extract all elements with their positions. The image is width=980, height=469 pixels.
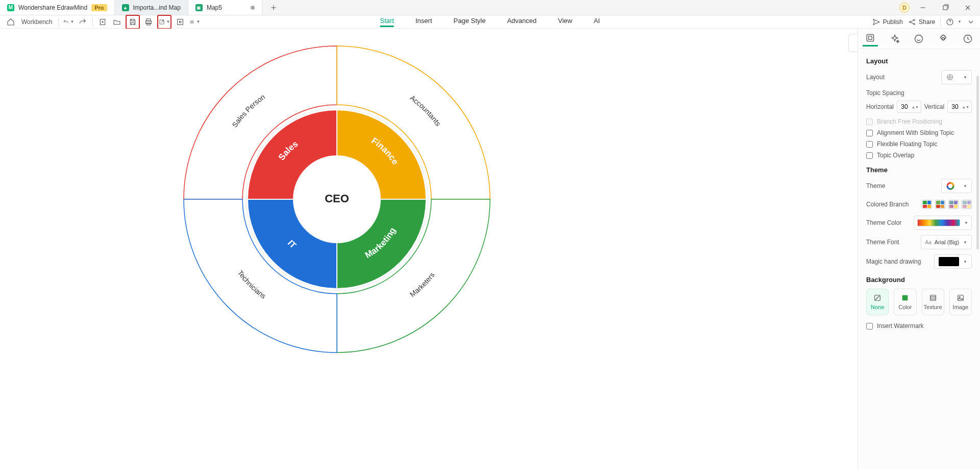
export-button[interactable]: ▼ (159, 16, 170, 28)
tab-label: Importa...ind Map (133, 4, 181, 11)
org-sunburst-chart[interactable]: SalesFinanceMarketingITSales PersonAccou… (179, 41, 495, 358)
magic-hand-select[interactable]: ▼ (934, 254, 972, 269)
publish-button[interactable]: Publish (872, 18, 903, 26)
none-icon (873, 294, 881, 302)
horizontal-spacing-value[interactable] (897, 103, 912, 110)
save-button[interactable] (127, 16, 138, 28)
new-tab-button[interactable] (262, 0, 285, 15)
theme-color-select[interactable]: ▼ (914, 216, 972, 230)
vertical-spacing-value[interactable] (948, 103, 962, 110)
chk-overlap[interactable]: Topic Overlap (866, 152, 972, 159)
swatch-1[interactable] (922, 200, 932, 209)
window-controls: D (899, 0, 980, 15)
vertical-spacing-input[interactable]: ▲▼ (947, 101, 972, 113)
tab-file-2[interactable]: ▣ Map5 (188, 0, 262, 15)
save-icon (129, 18, 137, 26)
flower-icon (938, 34, 948, 44)
layout-select[interactable]: ▼ (941, 70, 972, 84)
main-menus: Start Insert Page Style Advanced View AI (380, 17, 600, 27)
menu-advanced[interactable]: Advanced (507, 17, 536, 27)
section-layout-title: Layout (866, 57, 972, 65)
redo-button[interactable] (77, 16, 88, 28)
bg-texture[interactable]: Texture (922, 289, 944, 315)
app-logo-icon: M (7, 4, 14, 11)
new-file-icon (99, 18, 107, 26)
undo-button[interactable]: ▼ (63, 16, 74, 28)
chevron-down-icon: ▼ (963, 75, 967, 80)
stepper-arrows-icon[interactable]: ▲▼ (962, 105, 969, 109)
theme-font-select[interactable]: Aa Arial (Big) ▼ (921, 235, 972, 249)
tab-file-1[interactable]: ▲ Importa...ind Map (115, 0, 188, 15)
black-swatch-icon (939, 257, 959, 266)
bg-color[interactable]: Color (894, 289, 916, 315)
image-icon (957, 294, 965, 302)
stepper-arrows-icon[interactable]: ▲▼ (912, 105, 919, 109)
chevron-down-icon: ▼ (964, 221, 968, 225)
panel-tab-clipart[interactable] (936, 31, 951, 46)
bg-none[interactable]: None (866, 289, 889, 315)
print-icon (144, 18, 153, 26)
svg-point-18 (949, 76, 951, 78)
menu-insert[interactable]: Insert (415, 17, 432, 27)
canvas[interactable]: SalesFinanceMarketingITSales PersonAccou… (0, 29, 857, 469)
panel-scrollbar[interactable] (976, 76, 979, 249)
svg-point-7 (910, 21, 911, 22)
panel-tab-icon[interactable] (911, 31, 926, 46)
theme-label: Theme (866, 182, 885, 190)
app-tab[interactable]: M Wondershare EdrawMind Pro (0, 0, 115, 15)
user-avatar[interactable]: D (899, 3, 910, 13)
colored-branch-swatches[interactable] (922, 200, 972, 209)
texture-icon (929, 294, 937, 302)
share-file-icon (176, 18, 184, 26)
new-button[interactable] (97, 16, 108, 28)
close-button[interactable] (959, 1, 977, 15)
magic-hand-label: Magic hand drawing (866, 258, 921, 265)
theme-font-label: Theme Font (866, 239, 899, 246)
section-theme-title: Theme (866, 166, 972, 174)
svg-rect-14 (869, 36, 872, 40)
chk-flex-float[interactable]: Flexible Floating Topic (866, 140, 972, 148)
open-button[interactable] (111, 16, 122, 28)
panel-collapse-handle[interactable] (848, 34, 857, 52)
share-button[interactable]: Share (908, 18, 935, 26)
panel-tabs (858, 29, 980, 49)
chk-watermark[interactable]: Insert Watermark (866, 322, 972, 330)
swatch-2[interactable] (935, 200, 945, 209)
help-button[interactable]: ▼ (946, 18, 962, 26)
svg-rect-2 (146, 19, 151, 21)
horizontal-spacing-input[interactable]: ▲▼ (897, 101, 921, 113)
vertical-label: Vertical (924, 103, 944, 110)
swatch-3[interactable] (948, 200, 959, 209)
more-toolbar-button[interactable]: ▼ (189, 16, 200, 28)
menu-ai[interactable]: AI (594, 17, 600, 27)
maximize-button[interactable] (936, 1, 954, 15)
svg-point-25 (959, 296, 961, 298)
color-fill-icon (901, 294, 909, 302)
collapse-ribbon-button[interactable] (967, 18, 975, 26)
app-name: Wondershare EdrawMind (18, 4, 87, 11)
share-file-button[interactable] (175, 16, 186, 28)
unsaved-dot-icon (251, 6, 255, 10)
plus-icon (270, 4, 278, 12)
more-icon (189, 18, 195, 26)
theme-select[interactable]: ▼ (941, 179, 972, 193)
menu-start[interactable]: Start (380, 17, 394, 27)
print-button[interactable] (143, 16, 154, 28)
maximize-icon (941, 4, 949, 12)
menu-view[interactable]: View (558, 17, 572, 27)
svg-rect-13 (867, 34, 873, 41)
panel-tab-ai[interactable] (887, 31, 902, 46)
chk-align-sibling[interactable]: Alignment With Sibling Topic (866, 129, 972, 136)
panel-tab-layout[interactable] (863, 31, 878, 46)
title-bar: M Wondershare EdrawMind Pro ▲ Importa...… (0, 0, 980, 15)
home-button[interactable] (5, 16, 16, 28)
minimize-button[interactable] (914, 1, 932, 15)
workbench-button[interactable]: Workbench (19, 16, 54, 28)
panel-tab-history[interactable] (960, 31, 975, 46)
swatch-4[interactable] (962, 200, 972, 209)
sparkle-icon (890, 34, 900, 44)
theme-color-label: Theme Color (866, 219, 901, 226)
svg-rect-4 (147, 23, 151, 25)
bg-image[interactable]: Image (949, 289, 972, 315)
menu-page-style[interactable]: Page Style (454, 17, 486, 27)
